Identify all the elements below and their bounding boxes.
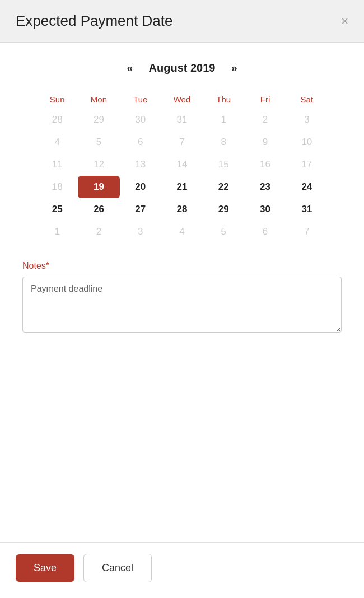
calendar-day[interactable]: 30 [120,109,161,131]
modal-title: Expected Payment Date [16,12,172,30]
calendar-day[interactable]: 7 [286,221,328,243]
calendar-day[interactable]: 18 [36,176,78,198]
calendar-day[interactable]: 1 [203,109,244,131]
calendar-day[interactable]: 24 [286,176,328,198]
calendar-day[interactable]: 10 [286,131,328,153]
calendar-day[interactable]: 31 [161,109,203,131]
calendar-day[interactable]: 15 [203,153,244,176]
calendar-day[interactable]: 11 [36,153,78,176]
calendar-week-3: 18192021222324 [36,176,328,198]
weekday-mon: Mon [78,90,119,109]
calendar-week-0: 28293031123 [36,109,328,131]
calendar-day[interactable]: 26 [78,198,119,221]
notes-textarea[interactable] [22,277,342,333]
modal-header: Expected Payment Date × [0,0,364,43]
calendar-day[interactable]: 25 [36,198,78,221]
calendar-day[interactable]: 22 [203,176,244,198]
calendar-day[interactable]: 20 [120,176,161,198]
calendar-day[interactable]: 7 [161,131,203,153]
calendar-day[interactable]: 6 [244,221,286,243]
calendar-day[interactable]: 19 [78,176,119,198]
modal-body: « August 2019 » SunMonTueWedThuFriSat 28… [0,43,364,542]
weekday-thu: Thu [203,90,244,109]
weekday-tue: Tue [120,90,161,109]
calendar-day[interactable]: 28 [161,198,203,221]
calendar-day[interactable]: 2 [244,109,286,131]
weekday-sat: Sat [286,90,328,109]
calendar-day[interactable]: 9 [244,131,286,153]
calendar-day[interactable]: 21 [161,176,203,198]
notes-section: Notes* [22,261,342,335]
calendar-week-4: 25262728293031 [36,198,328,221]
calendar-day[interactable]: 16 [244,153,286,176]
calendar-day[interactable]: 23 [244,176,286,198]
calendar-week-2: 11121314151617 [36,153,328,176]
weekday-header-row: SunMonTueWedThuFriSat [36,90,328,109]
calendar-day[interactable]: 4 [161,221,203,243]
weekday-sun: Sun [36,90,78,109]
calendar-day[interactable]: 27 [120,198,161,221]
calendar-week-1: 45678910 [36,131,328,153]
calendar-day[interactable]: 28 [36,109,78,131]
calendar-day[interactable]: 4 [36,131,78,153]
calendar-nav: « August 2019 » [36,59,328,77]
calendar: « August 2019 » SunMonTueWedThuFriSat 28… [36,59,328,243]
calendar-day[interactable]: 13 [120,153,161,176]
notes-label: Notes* [22,261,342,271]
weekday-fri: Fri [244,90,286,109]
modal-container: Expected Payment Date × « August 2019 » … [0,0,364,598]
modal-footer: Save Cancel [0,542,364,598]
calendar-day[interactable]: 5 [203,221,244,243]
calendar-day[interactable]: 1 [36,221,78,243]
prev-month-button[interactable]: « [122,59,137,77]
calendar-day[interactable]: 3 [286,109,328,131]
calendar-day[interactable]: 29 [78,109,119,131]
calendar-day[interactable]: 6 [120,131,161,153]
calendar-day[interactable]: 29 [203,198,244,221]
calendar-day[interactable]: 8 [203,131,244,153]
close-button[interactable]: × [341,15,348,27]
calendar-day[interactable]: 3 [120,221,161,243]
calendar-day[interactable]: 31 [286,198,328,221]
calendar-day[interactable]: 14 [161,153,203,176]
month-year-label: August 2019 [149,62,216,74]
calendar-day[interactable]: 2 [78,221,119,243]
weekday-wed: Wed [161,90,203,109]
save-button[interactable]: Save [16,554,74,582]
calendar-day[interactable]: 5 [78,131,119,153]
calendar-week-5: 1234567 [36,221,328,243]
calendar-day[interactable]: 17 [286,153,328,176]
calendar-grid: SunMonTueWedThuFriSat 282930311234567891… [36,90,328,243]
cancel-button[interactable]: Cancel [83,554,152,582]
calendar-day[interactable]: 12 [78,153,119,176]
next-month-button[interactable]: » [226,59,241,77]
calendar-day[interactable]: 30 [244,198,286,221]
